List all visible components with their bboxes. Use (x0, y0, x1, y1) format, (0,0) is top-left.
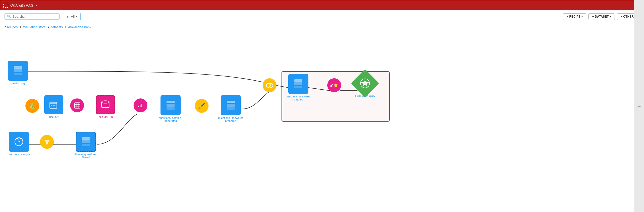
node-questions-gt[interactable]: questions_gt (8, 61, 28, 85)
svg-rect-16 (14, 66, 22, 69)
node-questions-sample[interactable]: questions_sample (8, 132, 30, 156)
eval-count: 1 (20, 25, 21, 29)
search-box: 🔍 (4, 13, 60, 20)
svg-rect-36 (227, 107, 235, 110)
node-questions-sample-generated-label: questions_sample_generated (159, 116, 183, 122)
node-ai-recipe[interactable]: aI (134, 98, 147, 112)
svg-rect-47 (82, 140, 90, 143)
node-questions-sample-label: questions_sample (8, 153, 30, 156)
recipes-link[interactable]: recipes (7, 25, 18, 29)
nav-back-button[interactable]: ← (634, 0, 644, 212)
svg-rect-31 (167, 101, 175, 103)
node-climate-questions-filtered[interactable]: climate_questions_filtered (74, 132, 98, 159)
eval-link[interactable]: evaluation store (22, 25, 46, 29)
title-bar-left: Q&A with RAG ▾ (3, 3, 637, 8)
title-text: Q&A with RAG (10, 3, 33, 7)
node-table-recipe[interactable] (70, 98, 84, 112)
filter-arrow: ▾ (76, 15, 77, 18)
node-questions-answered-cleaned-label: questions_answered_cleaned (286, 95, 311, 101)
svg-rect-21 (74, 103, 80, 108)
svg-rect-48 (82, 137, 90, 140)
kb-link[interactable]: knowledge bank (68, 25, 91, 29)
node-evaluation-qa[interactable]: Evaluation Q&A (355, 73, 375, 97)
node-questions-answered-prepared-label: questions_answered_prepared (218, 116, 243, 122)
svg-rect-32 (167, 107, 175, 110)
svg-rect-30 (167, 104, 175, 107)
node-questions-sample-generated[interactable]: questions_sample_generated (159, 95, 183, 122)
toolbar-right: + RECIPE ▾ + DATASET ▾ + OTHER ▾ (563, 13, 640, 20)
node-ipcc-ar6-label: ipcc_ar6 (49, 115, 59, 118)
svg-rect-34 (227, 104, 235, 107)
summary-bar: 7 recipes 1 evaluation store 7 datasets … (0, 23, 644, 31)
node-ipcc-ar6-kb-label: ipcc_ar6_kb (98, 115, 113, 118)
datasets-link[interactable]: datasets (50, 25, 63, 29)
svg-rect-42 (294, 86, 302, 88)
node-questions-answered-cleaned[interactable]: questions_answered_cleaned (286, 74, 311, 101)
search-icon: 🔍 (7, 15, 11, 18)
filter-icon: ▼ (66, 15, 69, 19)
svg-rect-49 (82, 144, 90, 146)
filter-button[interactable]: ▼ All ▾ (63, 13, 81, 20)
app-window: Q&A with RAG ▾ ✕ 🔍 ▼ All ▾ + RECIPE ▾ + … (0, 0, 644, 212)
svg-point-38 (269, 83, 273, 87)
title-bar: Q&A with RAG ▾ ✕ (0, 0, 644, 10)
node-python[interactable]: 🐍 (25, 99, 39, 113)
svg-point-27 (102, 101, 109, 103)
title-dropdown[interactable]: ▾ (35, 4, 37, 7)
search-input[interactable] (13, 15, 53, 18)
svg-rect-40 (294, 82, 302, 85)
recipes-count: 7 (4, 25, 6, 29)
svg-rect-17 (14, 73, 22, 75)
add-recipe-arrow: ▾ (581, 15, 583, 18)
node-filter-recipe[interactable] (40, 135, 54, 149)
title-icon (3, 3, 8, 8)
datasets-count: 7 (48, 25, 49, 29)
svg-rect-41 (294, 79, 302, 82)
svg-rect-19 (51, 105, 52, 106)
node-brush-recipe[interactable]: 🖌️ (195, 99, 209, 113)
node-ipcc-ar6[interactable]: ipcc_ar6 (44, 95, 63, 118)
node-eval-recipe[interactable]: ar⭐ (327, 78, 341, 92)
add-dataset-arrow: ▾ (610, 15, 611, 18)
node-climate-questions-filtered-label: climate_questions_filtered (74, 153, 98, 159)
toolbar: 🔍 ▼ All ▾ + RECIPE ▾ + DATASET ▾ + OTHER… (0, 10, 644, 23)
node-questions-answered-prepared[interactable]: questions_answered_prepared (218, 95, 243, 122)
svg-rect-15 (14, 69, 22, 72)
kb-count: 1 (65, 25, 67, 29)
filter-text: All (71, 15, 74, 18)
svg-rect-20 (53, 105, 55, 106)
node-questions-gt-label: questions_gt (10, 82, 26, 85)
flow-canvas[interactable]: questions_gt 🐍 ipcc_ar6 ipcc_ar6 (0, 31, 644, 212)
svg-marker-44 (361, 80, 369, 87)
node-merge-recipe[interactable] (263, 78, 276, 92)
svg-rect-35 (227, 101, 235, 103)
add-dataset-button[interactable]: + DATASET ▾ (588, 13, 615, 20)
node-ipcc-ar6-kb[interactable]: ipcc_ar6_kb (96, 95, 115, 118)
add-recipe-button[interactable]: + RECIPE ▾ (563, 13, 586, 20)
